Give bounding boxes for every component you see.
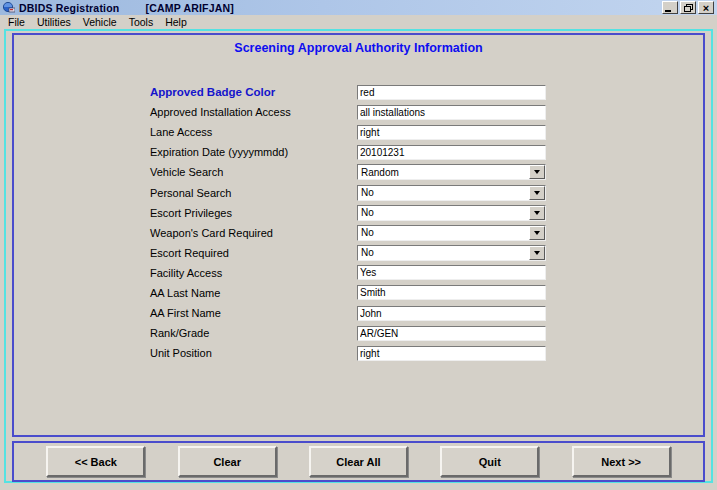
combo-value: No <box>358 206 529 220</box>
combo-value: No <box>358 226 529 240</box>
form-row-escort-required: Escort RequiredNo <box>14 243 703 263</box>
field-label: Escort Required <box>150 247 357 259</box>
menu-tools[interactable]: Tools <box>123 16 160 28</box>
aa-last-name-input[interactable] <box>357 285 546 300</box>
escort-privileges-select[interactable]: No <box>357 205 546 221</box>
dropdown-button[interactable] <box>529 165 545 179</box>
form-row-expiration-date-yyyymmdd: Expiration Date (yyyymmdd) <box>14 142 703 162</box>
form-row-personal-search: Personal SearchNo <box>14 182 703 202</box>
dropdown-button[interactable] <box>529 226 545 240</box>
unit-position-input[interactable] <box>357 346 546 361</box>
field-label: Expiration Date (yyyymmdd) <box>150 146 357 158</box>
restore-button[interactable] <box>680 1 696 14</box>
field-label: Approved Badge Color <box>150 86 357 98</box>
next-button[interactable]: Next >> <box>572 446 671 477</box>
minimize-button[interactable] <box>662 1 678 14</box>
menu-file[interactable]: File <box>2 16 31 28</box>
window-controls: × <box>662 1 714 14</box>
dropdown-button[interactable] <box>529 246 545 260</box>
close-icon: × <box>703 3 709 13</box>
escort-required-select[interactable]: No <box>357 245 546 261</box>
dbids-registration-window: DBIDS Registration [CAMP ARIFJAN] × File… <box>0 0 717 490</box>
back-button[interactable]: << Back <box>46 446 145 477</box>
form-row-lane-access: Lane Access <box>14 122 703 142</box>
menu-bar: FileUtilitiesVehicleToolsHelp <box>0 15 717 28</box>
clear-all-button[interactable]: Clear All <box>309 446 408 477</box>
field-label: Weapon's Card Required <box>150 227 357 239</box>
lane-access-input[interactable] <box>357 125 546 140</box>
form-rows: Approved Badge ColorApproved Installatio… <box>14 82 703 363</box>
dropdown-button[interactable] <box>529 186 545 200</box>
clear-button[interactable]: Clear <box>178 446 277 477</box>
field-label: Vehicle Search <box>150 166 357 178</box>
form-row-aa-first-name: AA First Name <box>14 303 703 323</box>
field-label: Personal Search <box>150 187 357 199</box>
title-bar: DBIDS Registration [CAMP ARIFJAN] × <box>0 0 717 15</box>
chevron-down-icon <box>534 231 540 235</box>
menu-utilities[interactable]: Utilities <box>31 16 77 28</box>
rank-grade-input[interactable] <box>357 326 546 341</box>
combo-value: No <box>358 186 529 200</box>
dropdown-button[interactable] <box>529 206 545 220</box>
combo-value: No <box>358 246 529 260</box>
form-row-facility-access: Facility Access <box>14 263 703 283</box>
restore-icon <box>684 4 693 12</box>
page-title: Screening Approval Authority Information <box>14 41 703 55</box>
menu-help[interactable]: Help <box>159 16 193 28</box>
window-location: [CAMP ARIFJAN] <box>145 2 234 14</box>
form-row-vehicle-search: Vehicle SearchRandom <box>14 162 703 182</box>
form-row-weapon-s-card-required: Weapon's Card RequiredNo <box>14 223 703 243</box>
facility-access-input[interactable] <box>357 265 546 280</box>
field-label: Unit Position <box>150 347 357 359</box>
button-panel: << BackClearClear AllQuitNext >> <box>12 441 705 482</box>
field-label: AA First Name <box>150 307 357 319</box>
field-label: Escort Privileges <box>150 207 357 219</box>
form-row-aa-last-name: AA Last Name <box>14 283 703 303</box>
menu-vehicle[interactable]: Vehicle <box>77 16 123 28</box>
field-label: Rank/Grade <box>150 327 357 339</box>
approved-installation-access-input[interactable] <box>357 105 546 120</box>
form-row-approved-installation-access: Approved Installation Access <box>14 102 703 122</box>
minimize-icon <box>665 10 671 12</box>
field-label: AA Last Name <box>150 287 357 299</box>
form-row-unit-position: Unit Position <box>14 343 703 363</box>
field-label: Facility Access <box>150 267 357 279</box>
chevron-down-icon <box>534 191 540 195</box>
vehicle-search-select[interactable]: Random <box>357 164 546 180</box>
screening-form-panel: Screening Approval Authority Information… <box>12 33 705 437</box>
app-icon <box>3 2 15 13</box>
chevron-down-icon <box>534 251 540 255</box>
approved-badge-color-input[interactable] <box>357 85 546 100</box>
quit-button[interactable]: Quit <box>440 446 539 477</box>
expiration-date-yyyymmdd-input[interactable] <box>357 145 546 160</box>
combo-value: Random <box>358 165 529 179</box>
aa-first-name-input[interactable] <box>357 306 546 321</box>
window-title: DBIDS Registration <box>19 2 119 14</box>
form-row-rank-grade: Rank/Grade <box>14 323 703 343</box>
form-row-approved-badge-color: Approved Badge Color <box>14 82 703 102</box>
field-label: Approved Installation Access <box>150 106 357 118</box>
weapon-s-card-required-select[interactable]: No <box>357 225 546 241</box>
close-button[interactable]: × <box>698 1 714 14</box>
form-row-escort-privileges: Escort PrivilegesNo <box>14 203 703 223</box>
personal-search-select[interactable]: No <box>357 185 546 201</box>
chevron-down-icon <box>534 211 540 215</box>
field-label: Lane Access <box>150 126 357 138</box>
chevron-down-icon <box>534 170 540 174</box>
